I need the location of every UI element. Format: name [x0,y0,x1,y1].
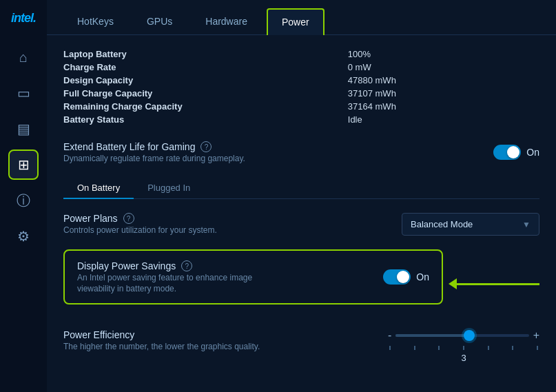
battery-label-3: Full Charge Capacity [63,88,326,99]
sub-tab-plugged-in[interactable]: Plugged In [134,177,204,198]
slider-thumb[interactable] [464,330,475,341]
display-power-box: Display Power Savings ? An Intel power s… [63,249,443,305]
tab-hardware[interactable]: Hardware [192,9,261,34]
main-content: HotKeys GPUs Hardware Power Laptop Batte… [47,0,556,392]
slider-value: 3 [388,353,539,363]
tick-2 [414,346,415,350]
power-plans-selected: Balanced Mode [411,219,473,229]
slider-ticks [388,346,539,350]
battery-label-2: Design Capacity [63,75,326,85]
power-efficiency-labels: Power Efficiency The higher the number, … [63,329,260,351]
display-power-subtitle2: viewability in battery mode. [77,284,252,293]
tick-4 [463,346,464,350]
arrow-head-icon [449,278,457,289]
info-icon: ⓘ [17,192,30,210]
home-icon: ⌂ [19,50,28,65]
battery-label-5: Battery Status [63,114,326,125]
extend-battery-title: Extend Battery Life for Gaming ? [63,141,245,152]
battery-value-0: 100% [348,49,539,59]
sub-tabs: On Battery Plugged In [63,177,539,199]
tick-7 [537,346,538,350]
arrow-body [457,283,539,285]
power-efficiency-slider-container: - + 3 [388,329,539,363]
power-plans-subtitle: Controls power utilization for your syst… [63,225,217,235]
display-power-labels: Display Power Savings ? An Intel power s… [77,260,252,293]
display-power-toggle[interactable] [383,269,411,285]
sidebar-item-layers[interactable]: ▤ [8,114,39,144]
battery-label-1: Charge Rate [63,62,326,72]
extend-battery-subtitle: Dynamically regulate frame rate during g… [63,154,245,163]
intel-logo: intel. [11,11,36,25]
battery-value-5: Idle [348,114,539,125]
content-area: Laptop Battery 100% Charge Rate 0 mW Des… [47,35,556,392]
extend-battery-toggle[interactable] [493,145,521,160]
display-power-toggle-wrapper: On [383,269,429,285]
power-plans-help-icon[interactable]: ? [123,213,134,224]
top-nav: HotKeys GPUs Hardware Power [47,0,556,35]
grid-icon: ⊞ [18,156,30,173]
sidebar-item-grid[interactable]: ⊞ [8,149,39,180]
sub-tab-on-battery[interactable]: On Battery [63,177,134,198]
extend-battery-help-icon[interactable]: ? [200,141,212,152]
battery-value-2: 47880 mWh [348,75,539,85]
extend-battery-toggle-label: On [526,147,539,158]
battery-label-4: Remaining Charge Capacity [63,101,326,112]
power-plans-title: Power Plans ? [63,213,217,224]
settings-icon: ⚙ [17,228,30,245]
display-power-title: Display Power Savings ? [77,260,252,271]
tab-gpus[interactable]: GPUs [133,9,186,34]
display-icon: ▭ [17,85,30,101]
extend-battery-row: Extend Battery Life for Gaming ? Dynamic… [63,141,539,163]
battery-value-4: 37164 mWh [348,101,539,112]
tick-3 [438,346,440,350]
power-plans-row: Power Plans ? Controls power utilization… [63,213,539,236]
slider-plus-icon[interactable]: + [533,329,539,342]
extend-battery-labels: Extend Battery Life for Gaming ? Dynamic… [63,141,245,163]
tab-hotkeys[interactable]: HotKeys [63,9,127,34]
slider-fill [395,334,469,337]
battery-label-0: Laptop Battery [63,49,326,59]
sidebar: intel. ⌂ ▭ ▤ ⊞ ⓘ ⚙ [0,0,47,392]
battery-info-section: Laptop Battery 100% Charge Rate 0 mW Des… [63,49,539,125]
slider-controls: - + [388,329,539,342]
slider-minus-icon[interactable]: - [388,329,391,342]
sidebar-item-display[interactable]: ▭ [8,78,39,108]
sidebar-item-settings[interactable]: ⚙ [8,221,39,251]
tick-6 [512,346,513,350]
sidebar-item-home[interactable]: ⌂ [8,42,39,72]
slider-track[interactable] [395,334,528,337]
display-power-help-icon[interactable]: ? [181,260,192,271]
arrow-indicator [449,278,539,289]
power-efficiency-title: Power Efficiency [63,329,260,340]
display-power-subtitle1: An Intel power saving feature to enhance… [77,273,252,282]
chevron-down-icon: ▼ [522,220,531,229]
tick-1 [389,346,391,350]
battery-value-1: 0 mW [348,62,539,72]
sidebar-item-info[interactable]: ⓘ [8,185,39,216]
tick-5 [488,346,489,350]
tab-power[interactable]: Power [267,8,325,35]
display-power-toggle-label: On [416,271,429,282]
power-plans-dropdown[interactable]: Balanced Mode ▼ [402,213,539,236]
battery-value-3: 37107 mWh [348,88,539,99]
power-efficiency-row: Power Efficiency The higher the number, … [63,329,539,363]
power-plans-labels: Power Plans ? Controls power utilization… [63,213,217,235]
power-efficiency-subtitle: The higher the number, the lower the gra… [63,342,260,351]
layers-icon: ▤ [17,121,30,137]
extend-battery-toggle-wrapper: On [493,145,539,160]
